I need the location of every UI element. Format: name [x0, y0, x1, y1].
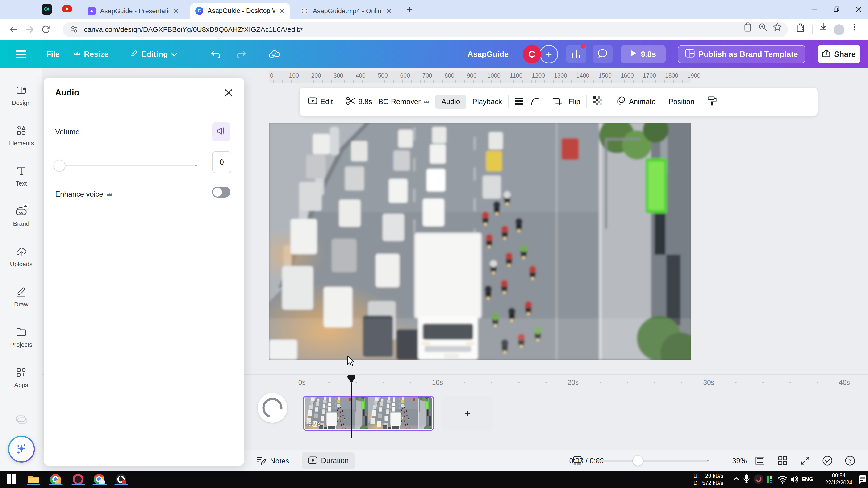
crop-button[interactable] — [552, 96, 562, 108]
bookmark-star-icon[interactable] — [772, 22, 783, 32]
volume-value-box[interactable]: 0 — [212, 151, 231, 173]
pinned-tab-recorder[interactable] — [41, 4, 52, 14]
ai-assistant-button[interactable] — [8, 436, 35, 462]
edit-video-button[interactable]: Edit — [308, 96, 333, 107]
tab-close-icon[interactable]: ✕ — [386, 7, 392, 15]
sidebar-item-elements[interactable]: Elements — [0, 125, 42, 161]
sidebar-item-apps[interactable]: Apps — [0, 367, 42, 402]
panel-close-button[interactable] — [223, 88, 234, 98]
editing-mode-button[interactable]: Editing — [130, 40, 177, 68]
flip-button[interactable]: Flip — [568, 98, 580, 106]
transparency-button[interactable] — [593, 96, 603, 108]
tab-canva-active[interactable]: C AsapGuide - Desktop Wallpape ✕ — [190, 3, 290, 19]
new-tab-button[interactable]: + — [404, 5, 415, 15]
position-button[interactable]: Position — [669, 98, 694, 106]
menu-hamburger-button[interactable] — [13, 45, 29, 63]
tab-close-icon[interactable]: ✕ — [173, 7, 179, 15]
tab-close-icon[interactable]: ✕ — [279, 7, 285, 15]
help-icon[interactable]: ? — [844, 455, 856, 466]
enhance-voice-toggle[interactable] — [212, 187, 230, 198]
file-explorer-button[interactable] — [28, 474, 39, 485]
start-button[interactable] — [6, 474, 18, 485]
insights-button[interactable] — [566, 45, 586, 63]
extensions-icon[interactable] — [795, 22, 806, 32]
clock[interactable]: 09:54 22/12/2024 — [820, 472, 857, 486]
volume-slider[interactable] — [55, 165, 197, 166]
tab-presentation[interactable]: AsapGuide - Presentation ✕ — [83, 3, 184, 19]
add-clip-button[interactable]: + — [442, 396, 493, 431]
download-icon[interactable] — [818, 22, 828, 32]
notes-button[interactable]: Notes — [256, 455, 289, 467]
draw-pen-icon — [16, 286, 27, 299]
clipboard-icon[interactable] — [743, 22, 753, 32]
adjust-levels-button[interactable] — [515, 96, 524, 107]
timeline-clip[interactable]: 9.8s — [303, 396, 434, 431]
speaker-icon[interactable] — [790, 475, 800, 484]
publish-brand-template-button[interactable]: Publish as Brand Template — [678, 45, 805, 63]
playback-button[interactable]: Playback — [472, 98, 502, 106]
window-minimize-button[interactable] — [808, 4, 821, 14]
reload-button[interactable] — [39, 23, 52, 36]
chrome-profile1-button[interactable] — [50, 474, 61, 485]
zoom-slider-thumb[interactable] — [633, 456, 643, 465]
file-menu-button[interactable]: File — [46, 40, 60, 68]
playhead-line[interactable] — [351, 383, 352, 438]
tab-reverse-video[interactable]: AsapGuide.mp4 - Online Revers ✕ — [295, 3, 397, 19]
obs-button[interactable] — [116, 474, 127, 485]
ruler-tick — [571, 80, 571, 83]
forward-button[interactable] — [23, 23, 36, 36]
pinned-tab-youtube[interactable] — [62, 4, 72, 14]
design-title[interactable]: AsapGuide — [467, 40, 508, 68]
sidebar-item-draw[interactable]: Draw — [0, 286, 42, 322]
clip-thumbnails — [305, 397, 432, 429]
audio-tab-button[interactable]: Audio — [435, 95, 466, 109]
pages-view-icon[interactable] — [572, 455, 583, 466]
status-check-icon[interactable] — [822, 455, 833, 466]
fullscreen-icon[interactable] — [800, 455, 811, 466]
redo-button[interactable] — [232, 45, 250, 63]
sidebar-item-text[interactable]: Text — [0, 165, 42, 201]
bg-remover-button[interactable]: BG Remover — [378, 98, 429, 106]
chrome-profile2-button[interactable] — [94, 474, 105, 485]
sidebar-item-design[interactable]: Design — [0, 85, 42, 120]
wifi-icon[interactable] — [777, 475, 788, 484]
tray-chevron-icon[interactable] — [733, 476, 740, 482]
address-bar[interactable]: canva.com/design/DAGXFBBoiYg/0U8xD9Q6AHZ… — [63, 22, 788, 37]
play-preview-button[interactable]: 9.8s — [621, 45, 665, 63]
browser-menu-icon[interactable] — [849, 22, 860, 32]
back-button[interactable] — [7, 23, 20, 36]
sidebar-item-brand[interactable]: co Brand — [0, 206, 42, 241]
zoom-percent[interactable]: 39% — [722, 457, 757, 465]
notification-center-icon[interactable] — [858, 475, 867, 484]
trim-button[interactable]: 9.8s — [346, 96, 372, 108]
share-button[interactable]: Share — [817, 45, 861, 63]
undo-button[interactable] — [208, 45, 224, 63]
video-canvas[interactable] — [269, 123, 691, 360]
profile-avatar[interactable] — [834, 24, 844, 35]
animate-button[interactable]: Animate — [616, 96, 656, 108]
corner-curve-button[interactable] — [530, 96, 540, 107]
sidebar-item-projects[interactable]: Projects — [0, 327, 42, 362]
mute-button[interactable] — [212, 122, 230, 141]
sidebar-item-uploads[interactable]: Uploads — [0, 246, 42, 282]
account-avatar[interactable]: C — [523, 45, 541, 63]
zoom-slider[interactable] — [596, 460, 709, 462]
microphone-icon[interactable] — [743, 474, 750, 484]
duration-button[interactable]: Duration — [302, 452, 355, 469]
zoom-find-icon[interactable] — [757, 22, 768, 32]
comments-button[interactable] — [592, 45, 613, 63]
tray-gpu-icon[interactable] — [766, 474, 774, 484]
fit-page-icon[interactable] — [754, 455, 766, 466]
tray-app-red-icon[interactable] — [754, 474, 763, 484]
playhead-handle[interactable] — [346, 375, 356, 385]
copy-style-button[interactable] — [707, 96, 717, 108]
red-ring-app-button[interactable] — [73, 474, 84, 485]
site-settings-icon[interactable] — [69, 24, 79, 35]
window-close-button[interactable] — [852, 4, 865, 14]
resize-button[interactable]: Resize — [73, 40, 109, 68]
window-restore-button[interactable] — [830, 4, 843, 14]
add-member-button[interactable]: + — [540, 45, 558, 63]
grid-view-icon[interactable] — [777, 455, 788, 466]
language-indicator[interactable]: ENG — [802, 476, 813, 483]
volume-slider-thumb[interactable] — [54, 160, 65, 171]
